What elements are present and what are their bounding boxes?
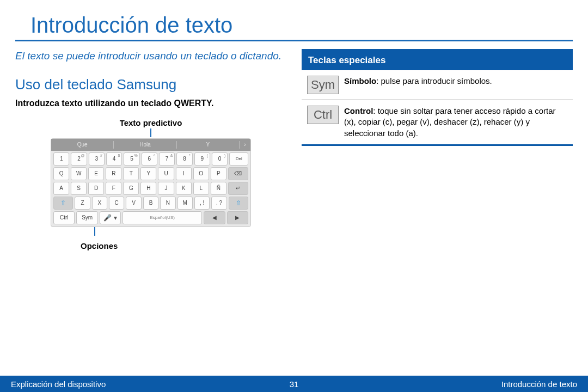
special-key-description: Control: toque sin soltar para tener acc… — [344, 106, 567, 139]
keyboard-key: Español(US) — [122, 211, 202, 224]
footer-page-number: 31 — [290, 379, 299, 389]
keyboard-key: I — [176, 167, 192, 180]
footer-right: Introducción de texto — [298, 379, 577, 389]
keyboard-key: A — [53, 182, 69, 195]
keyboard-key: R — [106, 167, 121, 180]
keyboard-key: 6^ — [142, 152, 157, 166]
prediction-1: Que — [51, 142, 113, 148]
special-key-row: CtrlControl: toque sin soltar para tener… — [302, 100, 573, 144]
keyboard-key: O — [193, 167, 209, 180]
keyboard-key: S — [71, 182, 87, 195]
keyboard-row-5: CtrlSym🎤 ▾Español(US)◀▶ — [51, 210, 250, 224]
keyboard-key: U — [158, 167, 174, 180]
keyboard-key: F — [106, 182, 121, 195]
chevron-right-icon: › — [240, 142, 250, 148]
keyboard-row-4: ⇧ZXCVBNM, !. ?⇧ — [51, 195, 250, 210]
keyboard-key: W — [71, 167, 87, 180]
keyboard-key: Ctrl — [53, 211, 75, 224]
section-heading: Uso del teclado Samsung — [15, 76, 286, 93]
keyboard-key: Q — [53, 167, 69, 180]
keyboard-key: N — [160, 197, 175, 210]
callout-predictive: Texto predictivo — [15, 118, 286, 127]
special-key-description: Símbolo: pulse para introducir símbolos. — [344, 76, 492, 94]
keyboard-key: 7& — [159, 152, 175, 166]
keyboard-key: Y — [140, 167, 156, 180]
keyboard-key: M — [177, 197, 193, 210]
section-lead: Introduzca texto utilizando un teclado Q… — [15, 99, 286, 108]
keyboard-key: B — [143, 197, 158, 210]
keyboard-key: Ñ — [211, 182, 226, 195]
keyboard-key: L — [193, 182, 209, 195]
keyboard-key: Sym — [76, 211, 97, 224]
keyboard-key: 9( — [194, 152, 210, 166]
callout-line-top — [150, 128, 151, 137]
special-keys-table: Teclas especiales SymSímbolo: pulse para… — [302, 49, 573, 146]
keyboard-prediction-bar: Que Hola Y › — [51, 139, 250, 151]
keyboard-key: H — [140, 182, 156, 195]
left-column: El texto se puede introducir usando un t… — [15, 49, 286, 250]
keyboard-row-2: QWERTYUIOP⌫ — [51, 166, 250, 180]
footer-left: Explicación del dispositivo — [11, 379, 290, 389]
shift-icon: ⇧ — [53, 197, 73, 210]
special-key-icon: Sym — [307, 76, 339, 94]
keyboard-key: 🎤 ▾ — [100, 211, 121, 224]
keyboard-key: D — [88, 182, 104, 195]
keyboard-key: , ! — [194, 197, 210, 210]
keyboard-key: 5% — [124, 152, 139, 166]
special-key-icon: Ctrl — [307, 106, 339, 124]
callout-options: Opciones — [81, 241, 286, 250]
keyboard-key: J — [158, 182, 174, 195]
arrow-right-icon: ▶ — [227, 211, 248, 224]
keyboard-key: 3# — [89, 152, 105, 166]
keyboard-key: T — [123, 167, 139, 180]
keyboard-key: 4$ — [106, 152, 122, 166]
special-keys-header: Teclas especiales — [302, 51, 573, 70]
keyboard-key: 0) — [212, 152, 228, 166]
prediction-3: Y — [177, 142, 239, 148]
keyboard-row-3: ASDFGHJKLÑ↵ — [51, 180, 250, 195]
mic-icon: 🎤 ▾ — [103, 214, 117, 222]
page-title: Introducción de texto — [15, 0, 573, 41]
backspace-icon: ⌫ — [228, 167, 248, 180]
enter-icon: ↵ — [228, 182, 248, 195]
right-column: Teclas especiales SymSímbolo: pulse para… — [302, 49, 573, 250]
callout-line-bottom — [94, 227, 95, 236]
keyboard-key: 2@ — [71, 152, 87, 166]
arrow-left-icon: ◀ — [204, 211, 225, 224]
keyboard-key: 8* — [176, 152, 192, 166]
keyboard-key: . ? — [211, 197, 226, 210]
keyboard-key: V — [126, 197, 141, 210]
keyboard-key: C — [109, 197, 124, 210]
keyboard-key: 1 — [53, 152, 69, 166]
keyboard-key: K — [176, 182, 192, 195]
prediction-2: Hola — [114, 142, 176, 148]
shift-icon: ⇧ — [229, 197, 248, 210]
keyboard-illustration: Que Hola Y › 12@3#4$5%6^7&8*9(0)Del QWER… — [51, 138, 251, 227]
keyboard-key: P — [211, 167, 226, 180]
footer-bar: Explicación del dispositivo 31 Introducc… — [0, 376, 588, 392]
keyboard-key: G — [123, 182, 139, 195]
keyboard-key: E — [88, 167, 104, 180]
intro-text: El texto se puede introducir usando un t… — [15, 49, 286, 63]
special-key-row: SymSímbolo: pulse para introducir símbol… — [302, 70, 573, 100]
keyboard-key: X — [92, 197, 107, 210]
keyboard-key: Z — [75, 197, 90, 210]
keyboard-key: Del — [229, 152, 248, 166]
keyboard-row-1: 12@3#4$5%6^7&8*9(0)Del — [51, 151, 250, 166]
